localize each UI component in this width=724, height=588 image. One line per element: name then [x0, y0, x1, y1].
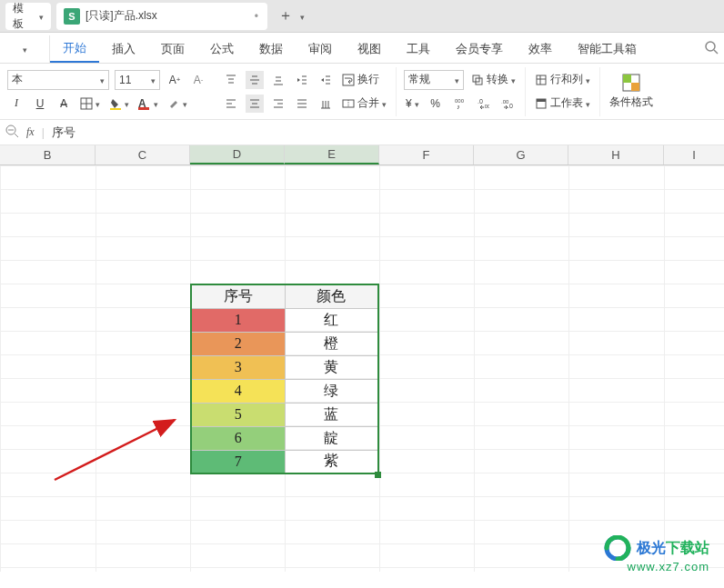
menu-review[interactable]: 审阅 — [296, 35, 345, 63]
increase-indent-button[interactable] — [317, 71, 335, 89]
col-header-h[interactable]: H — [568, 145, 664, 164]
decrease-decimal-button[interactable]: .00.0 — [498, 95, 516, 113]
formula-bar: fx | 序号 — [0, 120, 724, 145]
cell-color[interactable]: 蓝 — [285, 403, 378, 426]
row-col-label: 行和列 — [550, 72, 583, 87]
chevron-down-icon — [151, 74, 156, 86]
menu-bar: 开始 插入 页面 公式 数据 审阅 视图 工具 会员专享 效率 智能工具箱 — [0, 33, 724, 64]
zoom-out-icon[interactable] — [5, 125, 19, 141]
menu-efficiency[interactable]: 效率 — [516, 35, 565, 63]
cell-num[interactable]: 1 — [191, 308, 285, 332]
fx-icon[interactable]: fx — [26, 125, 35, 139]
increase-decimal-button[interactable]: .0.00 — [474, 95, 492, 113]
col-header-f[interactable]: F — [379, 145, 474, 164]
new-tab-icon[interactable]: ＋ — [278, 6, 293, 25]
worksheet-label: 工作表 — [550, 95, 583, 111]
worksheet-button[interactable]: 工作表 — [533, 94, 592, 114]
cell-color[interactable]: 红 — [285, 308, 378, 332]
number-format-select[interactable]: 常规 — [404, 70, 464, 90]
strikethrough-button[interactable]: A̶ — [55, 95, 73, 113]
highlight-button[interactable] — [166, 94, 189, 114]
align-center-button[interactable] — [246, 95, 264, 113]
percent-button[interactable]: % — [427, 95, 445, 113]
col-header-b[interactable]: B — [0, 145, 96, 164]
col-header-d[interactable]: D — [190, 145, 285, 164]
col-header-e[interactable]: E — [285, 145, 379, 164]
cell-color[interactable]: 黄 — [285, 355, 378, 379]
menu-formula[interactable]: 公式 — [197, 35, 246, 63]
tab-options-icon[interactable] — [300, 10, 305, 23]
fill-color-button[interactable] — [107, 94, 131, 114]
menu-page[interactable]: 页面 — [148, 35, 197, 63]
align-left-button[interactable] — [222, 95, 240, 113]
menu-member[interactable]: 会员专享 — [443, 35, 516, 63]
merge-button[interactable]: 合并 — [340, 94, 388, 114]
menu-tool[interactable]: 工具 — [394, 35, 443, 63]
font-size-value: 11 — [119, 74, 131, 86]
cell-num[interactable]: 2 — [191, 332, 285, 355]
spreadsheet-grid[interactable]: // placeholder; real lines below created… — [0, 165, 724, 588]
menu-view[interactable]: 视图 — [345, 35, 394, 63]
table-row: 7紫 — [191, 450, 378, 473]
font-size-select[interactable]: 11 — [115, 70, 160, 90]
currency-button[interactable]: ¥ — [404, 94, 421, 114]
decrease-font-button[interactable]: A- — [189, 71, 207, 89]
chevron-down-icon — [382, 97, 387, 110]
header-number[interactable]: 序号 — [191, 284, 285, 308]
align-right-button[interactable] — [269, 95, 287, 113]
document-tab[interactable]: S [只读]产品.xlsx • — [56, 3, 267, 30]
font-name-value: 本 — [12, 72, 23, 87]
menu-start[interactable]: 开始 — [50, 35, 99, 63]
col-header-c[interactable]: C — [96, 145, 190, 164]
cell-num[interactable]: 3 — [191, 355, 285, 379]
font-color-button[interactable]: A — [136, 94, 160, 114]
cell-color[interactable]: 橙 — [285, 332, 378, 355]
menu-smart-toolbox[interactable]: 智能工具箱 — [565, 35, 649, 63]
increase-font-button[interactable]: A+ — [166, 71, 184, 89]
comma-style-button[interactable]: 000 — [450, 95, 468, 113]
chevron-down-icon — [455, 74, 459, 86]
decrease-indent-button[interactable] — [293, 71, 311, 89]
selection-handle[interactable] — [375, 472, 381, 478]
menu-data[interactable]: 数据 — [246, 35, 296, 63]
underline-button[interactable]: U — [31, 95, 49, 113]
cell-num[interactable]: 4 — [191, 379, 285, 403]
table-row: 1红 — [191, 308, 378, 332]
cell-color[interactable]: 紫 — [285, 450, 378, 473]
italic-button[interactable]: I — [7, 95, 25, 113]
cell-color[interactable]: 靛 — [285, 426, 378, 450]
menu-insert[interactable]: 插入 — [99, 35, 148, 63]
align-justify-button[interactable] — [293, 95, 311, 113]
col-header-g[interactable]: G — [474, 145, 568, 164]
orientation-button[interactable] — [317, 95, 335, 113]
borders-button[interactable] — [78, 94, 102, 114]
cell-num[interactable]: 7 — [191, 450, 285, 473]
align-bottom-button[interactable] — [269, 71, 287, 89]
chevron-down-icon — [586, 74, 590, 86]
separator: | — [42, 126, 45, 139]
chevron-down-icon — [39, 10, 44, 23]
column-headers: B C D E F G H I — [0, 145, 724, 165]
templates-tab[interactable]: 模板 — [5, 3, 51, 30]
spreadsheet-icon: S — [64, 8, 80, 25]
cell-color[interactable]: 绿 — [285, 379, 378, 403]
wrap-text-button[interactable]: 换行 — [340, 70, 381, 90]
align-middle-button[interactable] — [246, 71, 264, 89]
tab-menu-icon[interactable]: • — [255, 10, 258, 23]
table-row: 5蓝 — [191, 403, 378, 426]
chevron-down-icon[interactable] — [23, 43, 27, 55]
font-name-select[interactable]: 本 — [7, 70, 109, 90]
header-color[interactable]: 颜色 — [285, 284, 378, 308]
data-table[interactable]: 序号 颜色 1红 2橙 3黄 4绿 5蓝 6靛 7紫 — [190, 284, 379, 474]
tab-actions: ＋ — [278, 6, 305, 25]
align-top-button[interactable] — [222, 71, 240, 89]
cell-num[interactable]: 6 — [191, 426, 285, 450]
row-col-button[interactable]: 行和列 — [533, 70, 592, 90]
col-header-i[interactable]: I — [664, 145, 724, 164]
conditional-format-button[interactable]: 条件格式 — [608, 73, 655, 110]
search-icon[interactable] — [704, 40, 719, 57]
formula-value[interactable]: 序号 — [52, 125, 75, 141]
svg-rect-6 — [138, 107, 149, 110]
convert-button[interactable]: 转换 — [469, 70, 518, 90]
cell-num[interactable]: 5 — [191, 403, 285, 426]
